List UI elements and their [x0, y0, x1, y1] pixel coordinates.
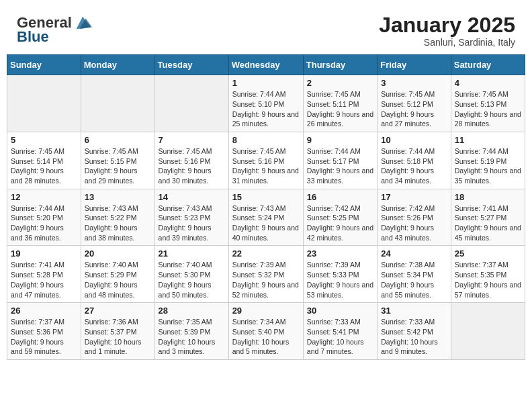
calendar-cell: 13Sunrise: 7:43 AM Sunset: 5:22 PM Dayli…: [81, 189, 154, 246]
day-number: 9: [307, 135, 373, 145]
calendar-cell: 30Sunrise: 7:33 AM Sunset: 5:41 PM Dayli…: [303, 303, 377, 360]
day-number: 15: [232, 192, 300, 202]
day-info: Sunrise: 7:45 AM Sunset: 5:13 PM Dayligh…: [455, 89, 521, 129]
title-block: January 2025 Sanluri, Sardinia, Italy: [379, 13, 515, 48]
day-number: 3: [381, 78, 447, 88]
day-number: 26: [11, 306, 77, 316]
calendar-cell: 5Sunrise: 7:45 AM Sunset: 5:14 PM Daylig…: [7, 132, 81, 189]
day-info: Sunrise: 7:45 AM Sunset: 5:16 PM Dayligh…: [159, 146, 225, 186]
day-number: 4: [455, 78, 521, 88]
calendar-cell: 22Sunrise: 7:39 AM Sunset: 5:32 PM Dayli…: [228, 246, 303, 303]
day-number: 18: [455, 192, 521, 202]
day-info: Sunrise: 7:44 AM Sunset: 5:19 PM Dayligh…: [455, 146, 521, 186]
day-info: Sunrise: 7:37 AM Sunset: 5:35 PM Dayligh…: [455, 260, 521, 300]
day-number: 11: [455, 135, 521, 145]
day-info: Sunrise: 7:43 AM Sunset: 5:24 PM Dayligh…: [232, 203, 300, 243]
calendar-week-row: 5Sunrise: 7:45 AM Sunset: 5:14 PM Daylig…: [7, 132, 525, 189]
day-info: Sunrise: 7:39 AM Sunset: 5:33 PM Dayligh…: [307, 260, 373, 300]
day-number: 20: [85, 248, 151, 259]
day-info: Sunrise: 7:45 AM Sunset: 5:15 PM Dayligh…: [85, 146, 151, 186]
day-info: Sunrise: 7:44 AM Sunset: 5:20 PM Dayligh…: [11, 203, 77, 243]
day-info: Sunrise: 7:36 AM Sunset: 5:37 PM Dayligh…: [85, 317, 151, 357]
day-number: 22: [232, 248, 300, 259]
header-cell-tuesday: Tuesday: [154, 55, 228, 75]
day-number: 31: [381, 306, 447, 316]
header-cell-monday: Monday: [81, 55, 154, 75]
header-cell-thursday: Thursday: [303, 55, 377, 75]
day-number: 7: [159, 135, 225, 145]
calendar-cell: 24Sunrise: 7:38 AM Sunset: 5:34 PM Dayli…: [378, 246, 451, 303]
day-info: Sunrise: 7:34 AM Sunset: 5:40 PM Dayligh…: [232, 317, 300, 357]
day-number: 24: [381, 248, 447, 259]
day-info: Sunrise: 7:40 AM Sunset: 5:30 PM Dayligh…: [159, 260, 225, 300]
day-number: 2: [307, 78, 373, 88]
day-info: Sunrise: 7:43 AM Sunset: 5:23 PM Dayligh…: [159, 203, 225, 243]
location-subtitle: Sanluri, Sardinia, Italy: [379, 37, 515, 48]
calendar-cell: 31Sunrise: 7:33 AM Sunset: 5:42 PM Dayli…: [378, 303, 451, 360]
calendar-cell: 16Sunrise: 7:42 AM Sunset: 5:25 PM Dayli…: [303, 189, 377, 246]
day-info: Sunrise: 7:44 AM Sunset: 5:18 PM Dayligh…: [381, 146, 447, 186]
calendar-cell: 2Sunrise: 7:45 AM Sunset: 5:11 PM Daylig…: [303, 75, 377, 132]
calendar-cell: 6Sunrise: 7:45 AM Sunset: 5:15 PM Daylig…: [81, 132, 154, 189]
calendar-cell: 10Sunrise: 7:44 AM Sunset: 5:18 PM Dayli…: [378, 132, 451, 189]
calendar-cell: 15Sunrise: 7:43 AM Sunset: 5:24 PM Dayli…: [228, 189, 303, 246]
logo: General Blue: [17, 13, 92, 44]
day-number: 17: [381, 192, 447, 202]
day-info: Sunrise: 7:41 AM Sunset: 5:27 PM Dayligh…: [455, 203, 521, 243]
header-cell-wednesday: Wednesday: [228, 55, 303, 75]
day-info: Sunrise: 7:33 AM Sunset: 5:41 PM Dayligh…: [307, 317, 373, 357]
day-number: 5: [11, 135, 77, 145]
day-number: 21: [159, 248, 225, 259]
day-number: 27: [85, 306, 151, 316]
day-number: 28: [159, 306, 225, 316]
calendar-week-row: 1Sunrise: 7:44 AM Sunset: 5:10 PM Daylig…: [7, 75, 525, 132]
calendar-header-row: SundayMondayTuesdayWednesdayThursdayFrid…: [7, 55, 525, 75]
logo-blue: Blue: [17, 30, 49, 44]
calendar-week-row: 26Sunrise: 7:37 AM Sunset: 5:36 PM Dayli…: [7, 303, 525, 360]
calendar-table: SundayMondayTuesdayWednesdayThursdayFrid…: [7, 54, 525, 360]
calendar-cell: [154, 75, 228, 132]
header-cell-saturday: Saturday: [451, 55, 525, 75]
day-number: 16: [307, 192, 373, 202]
day-info: Sunrise: 7:38 AM Sunset: 5:34 PM Dayligh…: [381, 260, 447, 300]
day-info: Sunrise: 7:42 AM Sunset: 5:25 PM Dayligh…: [307, 203, 373, 243]
day-info: Sunrise: 7:41 AM Sunset: 5:28 PM Dayligh…: [11, 260, 77, 300]
calendar-cell: 14Sunrise: 7:43 AM Sunset: 5:23 PM Dayli…: [154, 189, 228, 246]
calendar-cell: [81, 75, 154, 132]
header-cell-friday: Friday: [378, 55, 451, 75]
day-number: 23: [307, 248, 373, 259]
day-number: 6: [85, 135, 151, 145]
day-info: Sunrise: 7:37 AM Sunset: 5:36 PM Dayligh…: [11, 317, 77, 357]
calendar-cell: 21Sunrise: 7:40 AM Sunset: 5:30 PM Dayli…: [154, 246, 228, 303]
day-number: 19: [11, 248, 77, 259]
calendar-cell: 8Sunrise: 7:45 AM Sunset: 5:16 PM Daylig…: [228, 132, 303, 189]
calendar-cell: [7, 75, 81, 132]
calendar-cell: 29Sunrise: 7:34 AM Sunset: 5:40 PM Dayli…: [228, 303, 303, 360]
day-number: 14: [159, 192, 225, 202]
day-number: 10: [381, 135, 447, 145]
page-header: General Blue January 2025 Sanluri, Sardi…: [7, 7, 525, 51]
calendar-cell: 18Sunrise: 7:41 AM Sunset: 5:27 PM Dayli…: [451, 189, 525, 246]
day-number: 13: [85, 192, 151, 202]
day-number: 12: [11, 192, 77, 202]
day-info: Sunrise: 7:45 AM Sunset: 5:11 PM Dayligh…: [307, 89, 373, 129]
day-info: Sunrise: 7:45 AM Sunset: 5:14 PM Dayligh…: [11, 146, 77, 186]
day-info: Sunrise: 7:35 AM Sunset: 5:39 PM Dayligh…: [159, 317, 225, 357]
day-info: Sunrise: 7:33 AM Sunset: 5:42 PM Dayligh…: [381, 317, 447, 357]
day-info: Sunrise: 7:42 AM Sunset: 5:26 PM Dayligh…: [381, 203, 447, 243]
day-number: 1: [232, 78, 300, 88]
day-info: Sunrise: 7:40 AM Sunset: 5:29 PM Dayligh…: [85, 260, 151, 300]
day-info: Sunrise: 7:39 AM Sunset: 5:32 PM Dayligh…: [232, 260, 300, 300]
calendar-cell: 7Sunrise: 7:45 AM Sunset: 5:16 PM Daylig…: [154, 132, 228, 189]
calendar-week-row: 19Sunrise: 7:41 AM Sunset: 5:28 PM Dayli…: [7, 246, 525, 303]
calendar-cell: 1Sunrise: 7:44 AM Sunset: 5:10 PM Daylig…: [228, 75, 303, 132]
logo-icon: [73, 13, 92, 32]
calendar-week-row: 12Sunrise: 7:44 AM Sunset: 5:20 PM Dayli…: [7, 189, 525, 246]
header-cell-sunday: Sunday: [7, 55, 81, 75]
day-number: 25: [455, 248, 521, 259]
calendar-cell: 17Sunrise: 7:42 AM Sunset: 5:26 PM Dayli…: [378, 189, 451, 246]
day-info: Sunrise: 7:43 AM Sunset: 5:22 PM Dayligh…: [85, 203, 151, 243]
day-info: Sunrise: 7:44 AM Sunset: 5:17 PM Dayligh…: [307, 146, 373, 186]
calendar-cell: 20Sunrise: 7:40 AM Sunset: 5:29 PM Dayli…: [81, 246, 154, 303]
calendar-cell: 11Sunrise: 7:44 AM Sunset: 5:19 PM Dayli…: [451, 132, 525, 189]
